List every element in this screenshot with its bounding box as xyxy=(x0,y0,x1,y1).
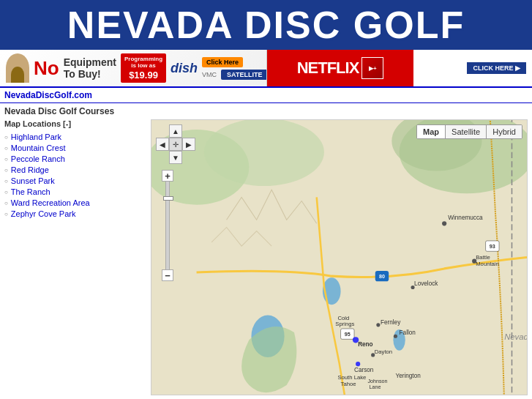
ad-bar: No Equipment To Buy! Programming is low … xyxy=(0,50,532,88)
list-bullet: ○ xyxy=(4,189,8,195)
sidebar: Map Locations [-] ○Highland Park○Mountai… xyxy=(4,119,151,395)
map-type-bar: Map Satellite Hybrid xyxy=(416,124,522,139)
svg-text:Lovelock: Lovelock xyxy=(414,280,438,287)
ad-price-label: Programming is low as xyxy=(124,56,162,70)
svg-text:80: 80 xyxy=(379,274,385,280)
svg-text:Nevada: Nevada xyxy=(504,332,527,341)
map-type-satellite-button[interactable]: Satellite xyxy=(446,125,487,138)
svg-text:95: 95 xyxy=(345,332,351,338)
list-bullet: ○ xyxy=(4,156,8,163)
netflix-logo: NETFLIX xyxy=(297,59,359,78)
map-nav-center[interactable]: ✛ xyxy=(169,138,182,151)
list-bullet: ○ xyxy=(4,200,8,206)
list-bullet: ○ xyxy=(4,167,8,174)
svg-text:Springs: Springs xyxy=(335,321,354,327)
site-link[interactable]: NevadaDiscGolf.com xyxy=(4,90,92,100)
list-bullet: ○ xyxy=(4,211,8,217)
zoom-track[interactable] xyxy=(165,182,170,269)
map-nav-left[interactable]: ◀ xyxy=(156,138,169,151)
svg-text:93: 93 xyxy=(490,244,495,250)
map-container[interactable]: 80 95 93 Winnemucca xyxy=(151,119,528,395)
zoom-out-button[interactable]: − xyxy=(162,269,173,281)
list-item: ○Highland Park xyxy=(4,133,145,141)
list-item: ○Mountain Crest xyxy=(4,143,145,152)
ad-main-text: Equipment To Buy! xyxy=(64,56,116,80)
location-link[interactable]: Zephyr Cove Park xyxy=(11,209,76,218)
location-link[interactable]: Mountain Crest xyxy=(11,143,66,152)
map-type-map-button[interactable]: Map xyxy=(417,125,446,138)
location-link[interactable]: Red Ridge xyxy=(11,165,49,174)
map-nav-controls: ▲ ◀ ✛ ▶ ▼ xyxy=(156,124,195,164)
ad-left: No Equipment To Buy! Programming is low … xyxy=(0,50,267,86)
svg-text:Lane: Lane xyxy=(370,384,381,390)
map-type-hybrid-button[interactable]: Hybrid xyxy=(487,125,522,138)
site-link-bar: NevadaDiscGolf.com xyxy=(0,88,532,103)
list-item: ○Ward Recreation Area xyxy=(4,198,145,207)
map-locations-header: Map Locations [-] xyxy=(4,119,145,128)
ad-click-here-button[interactable]: CLICK HERE ▶ xyxy=(467,62,526,74)
svg-text:Battle: Battle xyxy=(476,254,490,261)
main-content: Nevada Disc Golf Courses Map Locations [… xyxy=(0,103,532,398)
svg-point-22 xyxy=(394,335,397,338)
map-nav-down[interactable]: ▼ xyxy=(169,151,182,164)
location-link[interactable]: Sunset Park xyxy=(11,176,55,185)
map-nav-right[interactable]: ▶ xyxy=(182,138,195,151)
svg-text:Dayton: Dayton xyxy=(375,348,392,355)
svg-text:Fallon: Fallon xyxy=(400,329,416,336)
list-item: ○Peccole Ranch xyxy=(4,154,145,163)
location-list: ○Highland Park○Mountain Crest○Peccole Ra… xyxy=(4,133,145,218)
zoom-thumb[interactable] xyxy=(163,196,173,201)
svg-text:Winnemucca: Winnemucca xyxy=(448,215,483,221)
ad-price-box: Programming is low as $19.99 xyxy=(121,53,166,83)
list-bullet: ○ xyxy=(4,134,8,141)
ad-satellite-button[interactable]: SATELLITE xyxy=(221,70,267,80)
svg-text:Yerington: Yerington xyxy=(395,373,421,379)
list-item: ○Red Ridge xyxy=(4,165,145,174)
svg-text:Reno: Reno xyxy=(358,341,372,348)
svg-text:Carson: Carson xyxy=(354,367,374,373)
svg-text:South Lake: South Lake xyxy=(337,374,366,381)
site-title: NEVADA DiSC GOLF xyxy=(67,3,465,47)
ad-right: NETFLIX ▶+ xyxy=(267,50,413,86)
ad-click-button[interactable]: Click Here xyxy=(202,57,243,67)
content-row: Map Locations [-] ○Highland Park○Mountai… xyxy=(4,119,528,395)
zoom-bar: + − xyxy=(162,170,173,281)
list-bullet: ○ xyxy=(4,145,8,152)
section-title: Nevada Disc Golf Courses xyxy=(4,106,528,116)
svg-text:Fernley: Fernley xyxy=(381,319,401,326)
svg-point-2 xyxy=(204,120,324,186)
ad-price: $19.99 xyxy=(124,70,162,81)
ad-no-text: No xyxy=(34,57,59,80)
location-link[interactable]: Peccole Ranch xyxy=(11,154,65,163)
svg-point-16 xyxy=(356,362,360,366)
list-bullet: ○ xyxy=(4,178,8,184)
list-item: ○Zephyr Cove Park xyxy=(4,209,145,218)
map-nav-up[interactable]: ▲ xyxy=(169,124,182,138)
list-item: ○The Ranch xyxy=(4,187,145,196)
zoom-in-button[interactable]: + xyxy=(162,170,173,182)
location-link[interactable]: Highland Park xyxy=(11,133,61,141)
location-link[interactable]: Ward Recreation Area xyxy=(11,198,90,207)
svg-text:Tahoe: Tahoe xyxy=(341,381,356,387)
header: NEVADA DiSC GOLF xyxy=(0,0,532,50)
ad-dish-text: dish xyxy=(171,61,198,76)
svg-point-17 xyxy=(442,221,446,225)
list-item: ○Sunset Park xyxy=(4,176,145,185)
ad-vmc-label: VMC xyxy=(202,71,217,78)
location-link[interactable]: The Ranch xyxy=(11,187,50,196)
map-svg: 80 95 93 Winnemucca xyxy=(151,120,527,395)
svg-text:Johnson: Johnson xyxy=(367,379,387,384)
svg-point-21 xyxy=(376,323,380,327)
svg-text:Mountain: Mountain xyxy=(476,261,499,267)
